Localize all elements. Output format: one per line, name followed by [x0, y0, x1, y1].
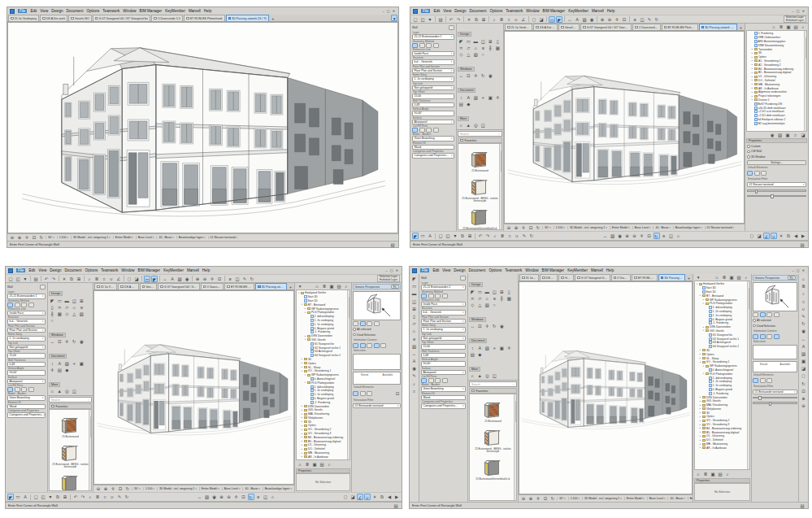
- value-field[interactable]: 15,00: [7, 353, 46, 359]
- menu-design[interactable]: Design: [51, 9, 63, 13]
- magnet-icon[interactable]: ∪: [513, 16, 519, 23]
- home-icon[interactable]: ⌂: [297, 461, 303, 468]
- quick-option[interactable]: Bouwkundige lagen▾: [176, 236, 207, 239]
- zoomin-icon[interactable]: ⊕: [801, 395, 807, 402]
- element-toggle-icon[interactable]: [360, 391, 366, 396]
- expand-icon[interactable]: ▸: [304, 335, 306, 337]
- expand-icon[interactable]: ▸: [699, 431, 701, 433]
- layers-icon[interactable]: ≣: [801, 283, 807, 289]
- selection-layer-readout[interactable]: Selection Layer Hotlinked Layer: [377, 275, 400, 283]
- tab[interactable]: 3D Parsing uitwerk 26 / 70: [226, 15, 270, 21]
- orbit-icon[interactable]: ↻: [38, 234, 45, 241]
- wand-icon[interactable]: ▭: [15, 494, 21, 500]
- expand-icon[interactable]: ▸: [751, 56, 753, 59]
- expand-icon[interactable]: ▸: [301, 362, 303, 364]
- home-icon[interactable]: ⌂: [314, 283, 320, 289]
- favorite-item[interactable]: 25 Buitenwand - BENG - isolatie binnenzi…: [51, 446, 89, 469]
- tab[interactable]: 25 1e Verdieping: [519, 274, 539, 281]
- wall-settings-icon[interactable]: [449, 25, 454, 30]
- cut-icon[interactable]: ✕: [371, 494, 378, 500]
- undo-icon[interactable]: ↶: [477, 233, 484, 239]
- layers-icon[interactable]: ≣: [304, 461, 310, 468]
- shadow-slider[interactable]: [747, 195, 806, 198]
- tab[interactable]: 3D Parsing uitwerk 26 / 70: [699, 24, 738, 30]
- menu-help[interactable]: Help: [202, 268, 210, 272]
- tab[interactable]: 3D Parsing uitwerk 26 / 70: [658, 274, 685, 281]
- menu-file[interactable]: File: [420, 268, 429, 272]
- quick-option[interactable]: Base Level▾: [136, 236, 156, 239]
- menu-teamwork[interactable]: Teamwork: [102, 9, 119, 13]
- menu-view[interactable]: View: [442, 268, 450, 272]
- text-icon[interactable]: A: [22, 494, 28, 500]
- cam-icon[interactable]: ◉: [411, 365, 418, 372]
- text-icon[interactable]: A: [801, 343, 807, 350]
- dropdown-select[interactable]: Geen Bewerking▾: [412, 136, 454, 141]
- quick-option[interactable]: 3D Model - incl. omgeving 1▾: [567, 226, 609, 229]
- roof-icon[interactable]: ⌂: [484, 296, 491, 303]
- value-field[interactable]: 90,00°: [421, 361, 466, 367]
- magnet-icon[interactable]: ∪: [109, 494, 115, 500]
- undo-icon[interactable]: ↶: [448, 16, 454, 23]
- morph-icon[interactable]: ◇: [469, 303, 476, 309]
- slab-icon[interactable]: ▱: [411, 320, 418, 327]
- info-toggle-icon[interactable]: [774, 334, 779, 339]
- value-field[interactable]: 15,00: [421, 344, 466, 350]
- dim-icon[interactable]: ↔: [49, 339, 56, 346]
- scrollbar[interactable]: [89, 410, 91, 490]
- quick-option[interactable]: Bouwkundige lagen▾: [263, 487, 293, 490]
- info-toggle-icon[interactable]: [766, 334, 772, 339]
- dim2-icon[interactable]: ↕: [49, 361, 56, 368]
- paste-icon[interactable]: ⊞: [467, 233, 473, 239]
- project-chooser-icon[interactable]: ▾: [695, 274, 701, 281]
- home-icon[interactable]: ⌂: [49, 389, 56, 395]
- text-icon[interactable]: A: [465, 95, 472, 102]
- orbit-icon[interactable]: ↻: [801, 381, 807, 387]
- dim-icon[interactable]: ↔: [469, 324, 476, 330]
- window-icon[interactable]: ⊞: [411, 306, 418, 312]
- fit-icon[interactable]: ⊡: [216, 276, 223, 282]
- find-icon[interactable]: ⌕: [86, 276, 93, 282]
- info-toggle-icon[interactable]: [374, 343, 380, 348]
- option-icon[interactable]: [28, 387, 34, 392]
- mvo-icon[interactable]: ◫: [234, 276, 241, 282]
- label-icon[interactable]: ⌖: [480, 95, 487, 102]
- zoomout-icon[interactable]: ⊖: [9, 234, 15, 241]
- expand-icon[interactable]: ▸: [751, 52, 753, 54]
- pan-icon[interactable]: ✛: [484, 324, 491, 330]
- fillico-icon[interactable]: ▧: [777, 132, 784, 138]
- new-icon[interactable]: ▢: [412, 16, 419, 23]
- expand-icon[interactable]: ▸: [699, 420, 701, 422]
- dropdown-select[interactable]: 25-21 Buitenwanden 1▾: [7, 294, 46, 299]
- expand-icon[interactable]: ▸: [751, 72, 753, 74]
- slab-icon[interactable]: ▱: [476, 296, 484, 303]
- arrow-icon[interactable]: ◤: [458, 39, 465, 46]
- fit-button[interactable]: Fit: [391, 285, 399, 289]
- copy-icon[interactable]: ⧉: [785, 233, 792, 239]
- pen-icon[interactable]: ✎: [521, 233, 528, 239]
- orbit-icon[interactable]: ↻: [124, 485, 131, 492]
- camera2-icon[interactable]: ◎: [472, 123, 480, 129]
- tab[interactable]: Gevels NO: [140, 283, 158, 289]
- toolbox-section-header[interactable]: Document: [458, 88, 475, 93]
- home-icon[interactable]: ⌂: [469, 373, 476, 380]
- option-icon[interactable]: [412, 43, 418, 48]
- option-icon[interactable]: [15, 303, 20, 307]
- find-icon[interactable]: ⌕: [800, 24, 806, 30]
- zoomout-icon[interactable]: ⊖: [226, 494, 232, 500]
- rail-icon[interactable]: ╫: [498, 296, 506, 303]
- zoomin-icon[interactable]: ⊕: [528, 495, 534, 502]
- opening-icon[interactable]: ○: [491, 303, 498, 309]
- menu-design[interactable]: Design: [454, 268, 465, 272]
- expand-icon[interactable]: ▸: [301, 440, 303, 442]
- info-toggle-icon[interactable]: [360, 343, 366, 348]
- dropdown-select[interactable]: 25-21 Buitenwanden 1▾: [412, 34, 454, 40]
- wand-icon[interactable]: ▭: [419, 233, 426, 239]
- menu-teamwork[interactable]: Teamwork: [506, 9, 523, 13]
- pan-icon[interactable]: ✛: [535, 495, 541, 502]
- option-icon[interactable]: [419, 43, 425, 48]
- tree-item[interactable]: ▸AR - In Aanbouw: [297, 455, 350, 459]
- redo-icon[interactable]: ↷: [484, 233, 491, 239]
- expand-icon[interactable]: ▸: [699, 349, 701, 351]
- find-icon[interactable]: ⌕: [801, 290, 807, 297]
- grid-icon[interactable]: ⌗: [506, 16, 512, 23]
